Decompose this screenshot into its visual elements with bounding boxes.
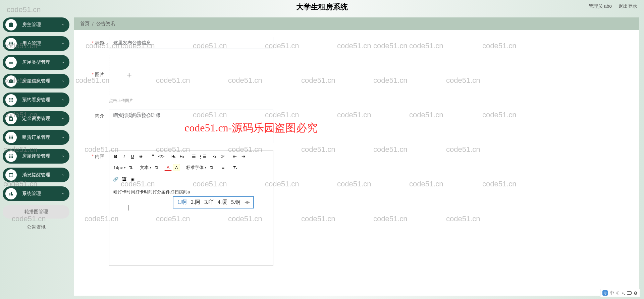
main-content: 首页 / 公告资讯 标题 图片 +: [72, 14, 644, 299]
chevron-down-icon: ›: [61, 80, 66, 82]
image-label: 图片: [84, 55, 104, 78]
keyboard-icon[interactable]: [627, 291, 632, 295]
superscript-button[interactable]: x²: [219, 153, 226, 160]
bg-color-button[interactable]: A: [173, 164, 180, 171]
list-icon: [8, 60, 14, 65]
grid-icon: [8, 41, 14, 46]
sidebar-item-review[interactable]: 房屋评价管理 ›: [3, 149, 69, 164]
plus-icon: +: [126, 70, 132, 80]
chevron-down-icon: ›: [61, 24, 66, 25]
clipboard-icon: [8, 22, 14, 27]
sidebar-item-label: 用户管理: [22, 41, 63, 47]
sidebar-item-label: 预约看房管理: [22, 97, 63, 103]
h2-button[interactable]: H₂: [178, 153, 185, 160]
sidebar-item-label: 定金留房管理: [22, 116, 63, 122]
intro-textarea[interactable]: 啊实打实的加拉会计师: [109, 110, 273, 143]
editor-text: 啥打卡时间打卡时间打分案件打扫房间a: [113, 189, 190, 194]
quote-button[interactable]: ❞: [149, 153, 157, 160]
ime-page-arrows[interactable]: ◀▶: [245, 200, 249, 205]
chevron-down-icon: ›: [61, 137, 66, 138]
breadcrumb-separator: /: [92, 21, 94, 26]
editor-toolbar: B I U S ❞ </> H₁: [109, 151, 273, 185]
user-info[interactable]: 管理员 abo: [589, 3, 612, 9]
calendar-icon: [8, 172, 14, 178]
chart-icon: [8, 191, 14, 196]
chevron-down-icon: ›: [61, 62, 66, 63]
bold-button[interactable]: B: [112, 153, 119, 160]
sidebar-item-house-info[interactable]: 房屋信息管理 ›: [3, 74, 69, 88]
grid-icon: [8, 154, 14, 159]
settings-icon[interactable]: ⚙: [634, 291, 638, 296]
briefcase-icon: [8, 78, 14, 84]
video-button[interactable]: ▣: [129, 175, 136, 183]
breadcrumb: 首页 / 公告资讯: [74, 17, 639, 30]
sidebar-item-message[interactable]: 消息提醒管理 ›: [3, 168, 69, 182]
document-icon: [8, 116, 14, 121]
sidebar-item-label: 房屋信息管理: [22, 78, 63, 84]
comma-indicator[interactable]: •,: [622, 291, 625, 296]
chevron-down-icon: ›: [61, 193, 66, 194]
font-family-select[interactable]: 标准字体▾: [185, 164, 208, 171]
sidebar-item-house-type[interactable]: 房屋类型管理 ›: [3, 55, 69, 70]
sidebar-item-label: 租赁订单管理: [22, 134, 63, 140]
underline-button[interactable]: U: [129, 153, 136, 160]
font-size-select[interactable]: 14px▾: [112, 165, 127, 171]
sidebar-item-rental-order[interactable]: 租赁订单管理 ›: [3, 130, 69, 145]
chevron-down-icon: ›: [61, 156, 66, 157]
chevron-down-icon: ›: [61, 174, 66, 176]
ime-candidate-1[interactable]: 1.啊: [177, 199, 187, 206]
sidebar-item-deposit[interactable]: 定金留房管理 ›: [3, 111, 69, 126]
intro-label: 简介: [84, 110, 104, 119]
sidebar-item-label: 房屋评价管理: [22, 153, 63, 159]
font-color-button[interactable]: A: [164, 165, 172, 171]
sidebar-item-system[interactable]: 系统管理 ›: [3, 186, 69, 201]
logout-link[interactable]: 退出登录: [619, 3, 637, 9]
align-button[interactable]: ≡: [219, 164, 227, 171]
ime-candidate-box[interactable]: 1.啊 2.阿 3.吖 4.嗄 5.锕 ◀▶: [173, 196, 254, 208]
grid-icon: [8, 97, 14, 103]
app-title: 大学生租房系统: [296, 2, 348, 12]
chevron-down-icon: ›: [61, 118, 66, 119]
text-type-select[interactable]: 文本▾: [139, 164, 153, 171]
indent-left-button[interactable]: ⇤: [231, 153, 238, 160]
sidebar-item-user[interactable]: 用户管理 ›: [3, 36, 69, 51]
ime-logo-icon: Q: [602, 290, 608, 296]
ordered-list-button[interactable]: ☰: [190, 153, 198, 160]
h1-button[interactable]: H₁: [170, 153, 177, 160]
link-button[interactable]: 🔗: [112, 175, 119, 183]
sidebar-item-label: 系统管理: [22, 191, 63, 197]
ime-candidate-2[interactable]: 2.阿: [191, 199, 200, 206]
header: 大学生租房系统 管理员 abo 退出登录: [0, 0, 644, 14]
italic-button[interactable]: I: [120, 153, 128, 160]
code-button[interactable]: </>: [158, 153, 165, 160]
ime-candidate-3[interactable]: 3.吖: [204, 199, 214, 206]
submenu-item-carousel[interactable]: 轮播图管理: [3, 205, 69, 219]
upload-hint: 点击上传图片: [109, 98, 149, 104]
title-label: 标题: [84, 37, 104, 46]
ime-candidate-4[interactable]: 4.嗄: [218, 199, 227, 206]
unordered-list-button[interactable]: ⋮☰: [199, 153, 206, 160]
sidebar-item-label: 消息提醒管理: [22, 172, 63, 178]
grid-icon: [8, 135, 14, 140]
ime-lang[interactable]: 中: [610, 290, 614, 296]
moon-icon[interactable]: ☾: [616, 291, 620, 296]
sidebar-item-landlord[interactable]: 房主管理 ›: [3, 17, 69, 32]
indent-right-button[interactable]: ⇥: [239, 153, 247, 160]
sidebar-item-appointment[interactable]: 预约看房管理 ›: [3, 93, 69, 107]
content-label: 内容: [84, 150, 104, 160]
subscript-button[interactable]: x₂: [211, 153, 218, 160]
submenu-item-announcement[interactable]: 公告资讯: [3, 221, 69, 234]
image-button[interactable]: 🖼: [120, 175, 128, 183]
clear-format-button[interactable]: Tₓ: [231, 164, 239, 171]
ime-status-bar[interactable]: Q 中 ☾ •, ⚙: [600, 289, 640, 297]
text-cursor-icon: [128, 205, 128, 211]
chevron-down-icon: ›: [61, 43, 66, 44]
sidebar-item-label: 房主管理: [22, 22, 63, 28]
ime-candidate-5[interactable]: 5.锕: [231, 199, 240, 206]
strikethrough-button[interactable]: S: [137, 153, 145, 160]
image-upload[interactable]: +: [109, 55, 149, 95]
title-input[interactable]: [109, 37, 273, 49]
chevron-down-icon: ›: [61, 99, 66, 101]
sidebar-item-label: 房屋类型管理: [22, 59, 63, 65]
breadcrumb-home[interactable]: 首页: [80, 21, 90, 27]
